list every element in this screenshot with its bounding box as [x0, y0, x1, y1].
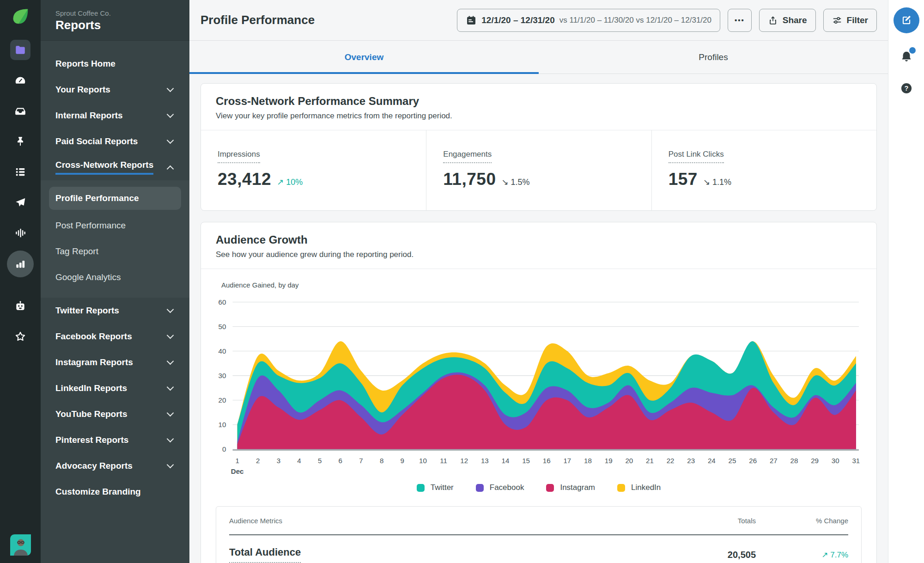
user-avatar[interactable]	[10, 534, 31, 556]
legend-item-twitter[interactable]: Twitter	[417, 483, 454, 492]
date-range-button[interactable]: 12/1/20 – 12/31/20 vs 11/1/20 – 11/30/20…	[457, 9, 720, 32]
submenu-item-label: Tag Report	[55, 246, 98, 257]
svg-text:?: ?	[904, 85, 908, 92]
submenu-item-google-analytics[interactable]: Google Analytics	[41, 264, 189, 290]
nav-favorites-star-icon[interactable]	[10, 326, 30, 347]
legend-swatch	[546, 484, 554, 492]
sidebar-item-linkedin-reports[interactable]: LinkedIn Reports	[41, 375, 189, 401]
help-icon[interactable]: ?	[899, 80, 914, 96]
svg-text:25: 25	[729, 457, 736, 465]
submenu-item-label: Google Analytics	[55, 272, 121, 282]
growth-title: Audience Growth	[216, 233, 862, 246]
submenu-item-tag-report[interactable]: Tag Report	[41, 239, 189, 264]
chart-title: Audience Gained, by day	[208, 281, 862, 289]
filter-button[interactable]: Filter	[823, 9, 877, 32]
legend-label: Facebook	[490, 483, 524, 492]
svg-text:0: 0	[222, 445, 226, 453]
report-page: Cross-Network Performance Summary View y…	[189, 74, 888, 563]
sidebar-item-your-reports[interactable]: Your Reports	[41, 77, 189, 103]
nav-feeds-list-icon[interactable]	[10, 162, 30, 182]
svg-text:16: 16	[543, 457, 551, 465]
date-range-comparisons: vs 11/1/20 – 11/30/20 vs 12/1/20 – 12/31…	[559, 16, 711, 25]
sidebar-item-internal-reports[interactable]: Internal Reports	[41, 103, 189, 129]
svg-text:60: 60	[219, 298, 226, 306]
chevron-down-icon	[167, 306, 174, 313]
svg-text:30: 30	[219, 372, 226, 379]
legend-label: Instagram	[560, 483, 595, 492]
metric-impressions: Impressions 23,412 ↗ 10%	[201, 130, 426, 210]
sidebar-item-label: Instagram Reports	[55, 357, 133, 367]
notification-dot	[909, 47, 916, 54]
growth-subtitle: See how your audience grew during the re…	[216, 250, 862, 259]
sidebar-item-instagram-reports[interactable]: Instagram Reports	[41, 349, 189, 375]
audience-growth-card: Audience Growth See how your audience gr…	[201, 222, 877, 563]
metric-post-link-clicks: Post Link Clicks 157 ↘ 1.1%	[651, 130, 876, 210]
table-header-row: Audience Metrics Totals % Change	[229, 507, 848, 535]
chart-legend: TwitterFacebookInstagramLinkedIn	[201, 477, 876, 504]
sidebar-item-facebook-reports[interactable]: Facebook Reports	[41, 324, 189, 349]
legend-label: Twitter	[431, 483, 454, 492]
table-row-total-audience: Total Audience 20,505 ↗ 7.7%	[229, 535, 848, 563]
sidebar-item-twitter-reports[interactable]: Twitter Reports	[41, 298, 189, 324]
metric-label[interactable]: Impressions	[218, 150, 260, 163]
growth-card-header: Audience Growth See how your audience gr…	[201, 222, 876, 269]
nav-bot-icon[interactable]	[10, 296, 30, 316]
notifications-bell-icon[interactable]	[899, 49, 914, 65]
compose-button[interactable]	[894, 7, 919, 33]
report-topbar: Profile Performance 12/1/20 – 12/31/20 v…	[189, 0, 888, 41]
sidebar-header: Sprout Coffee Co. Reports	[41, 0, 189, 41]
nav-publishing-plane-icon[interactable]	[10, 192, 30, 213]
tab-overview[interactable]: Overview	[189, 41, 539, 73]
submenu-item-profile-performance[interactable]: Profile Performance	[49, 187, 181, 210]
submenu-item-label: Profile Performance	[55, 193, 139, 203]
svg-text:31: 31	[852, 457, 860, 465]
sidebar-item-advocacy-reports[interactable]: Advocacy Reports	[41, 453, 189, 479]
sidebar-item-customize-branding[interactable]: Customize Branding	[41, 479, 189, 505]
sprout-leaf-logo-icon[interactable]	[9, 6, 31, 28]
svg-text:Dec: Dec	[231, 467, 244, 475]
sidebar-item-reports-home[interactable]: Reports Home	[41, 51, 189, 77]
submenu-item-post-performance[interactable]: Post Performance	[41, 213, 189, 239]
utility-rail: ?	[888, 0, 924, 563]
ellipsis-icon: •••	[735, 16, 745, 24]
nav-pin-icon[interactable]	[10, 131, 30, 152]
sidebar-item-pinterest-reports[interactable]: Pinterest Reports	[41, 427, 189, 453]
audience-metrics-table: Audience Metrics Totals % Change Total A…	[216, 506, 862, 563]
app-icon-rail	[0, 0, 41, 563]
svg-text:8: 8	[380, 457, 383, 465]
summary-title: Cross-Network Performance Summary	[216, 95, 862, 108]
share-button[interactable]: Share	[759, 9, 816, 32]
svg-text:22: 22	[667, 457, 675, 465]
legend-item-instagram[interactable]: Instagram	[546, 483, 595, 492]
sidebar-item-label: Internal Reports	[55, 110, 123, 121]
sidebar-item-label: Cross-Network Reports	[55, 160, 153, 175]
chevron-up-icon	[167, 165, 174, 172]
nav-folder-icon[interactable]	[10, 40, 30, 60]
nav-inbox-icon[interactable]	[10, 101, 30, 121]
svg-text:23: 23	[687, 457, 695, 465]
nav-reports-barchart-icon[interactable]	[7, 251, 34, 277]
svg-text:50: 50	[219, 323, 226, 330]
sidebar-item-paid-social-reports[interactable]: Paid Social Reports	[41, 129, 189, 154]
metric-label[interactable]: Engagements	[443, 150, 492, 163]
nav-listening-wave-icon[interactable]	[10, 223, 30, 243]
svg-text:13: 13	[481, 457, 489, 465]
sidebar-item-youtube-reports[interactable]: YouTube Reports	[41, 401, 189, 427]
legend-item-facebook[interactable]: Facebook	[476, 483, 524, 492]
chevron-down-icon	[167, 136, 174, 144]
metric-change-down: ↘ 1.1%	[703, 177, 731, 187]
page-title: Profile Performance	[201, 13, 315, 27]
more-options-button[interactable]: •••	[728, 9, 752, 32]
nav-gauge-icon[interactable]	[10, 70, 30, 91]
metric-change-down: ↘ 1.5%	[501, 177, 529, 187]
metric-label[interactable]: Post Link Clicks	[669, 150, 724, 163]
legend-swatch	[617, 484, 625, 492]
sidebar-item-cross-network-reports[interactable]: Cross-Network Reports	[41, 154, 189, 180]
chevron-down-icon	[167, 357, 174, 365]
tab-profiles[interactable]: Profiles	[539, 41, 888, 73]
row-label[interactable]: Total Audience	[229, 546, 301, 563]
legend-item-linkedin[interactable]: LinkedIn	[617, 483, 661, 492]
sidebar-item-label: Reports Home	[55, 59, 116, 69]
svg-text:21: 21	[646, 457, 654, 465]
svg-text:4: 4	[297, 457, 301, 465]
